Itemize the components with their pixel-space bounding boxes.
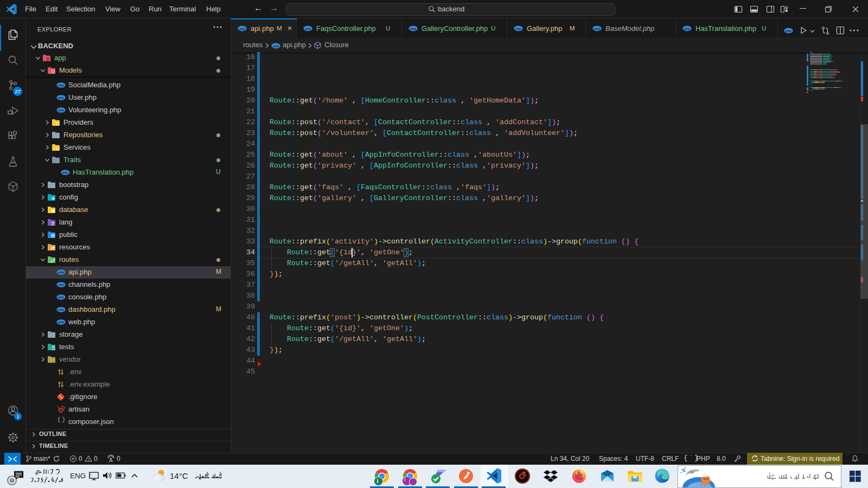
- svg-text:php: php: [272, 44, 279, 48]
- svg-text:php: php: [62, 171, 68, 174]
- svg-text:php: php: [58, 308, 64, 311]
- svg-text:文: 文: [51, 221, 55, 226]
- svg-text:php: php: [684, 27, 690, 30]
- svg-text:php: php: [58, 271, 64, 274]
- svg-text:php: php: [58, 84, 64, 87]
- svg-text:php: php: [58, 108, 64, 112]
- svg-text:php: php: [593, 27, 600, 30]
- svg-text:php: php: [410, 27, 416, 30]
- svg-text:php: php: [515, 27, 521, 30]
- svg-text:php: php: [58, 283, 64, 286]
- svg-text:php: php: [58, 296, 64, 299]
- svg-text:php: php: [239, 27, 245, 30]
- svg-text:php: php: [58, 96, 64, 99]
- svg-text:php: php: [58, 320, 64, 324]
- svg-text:o: o: [11, 479, 13, 483]
- svg-text:php: php: [785, 29, 792, 33]
- svg-text:php: php: [304, 27, 311, 30]
